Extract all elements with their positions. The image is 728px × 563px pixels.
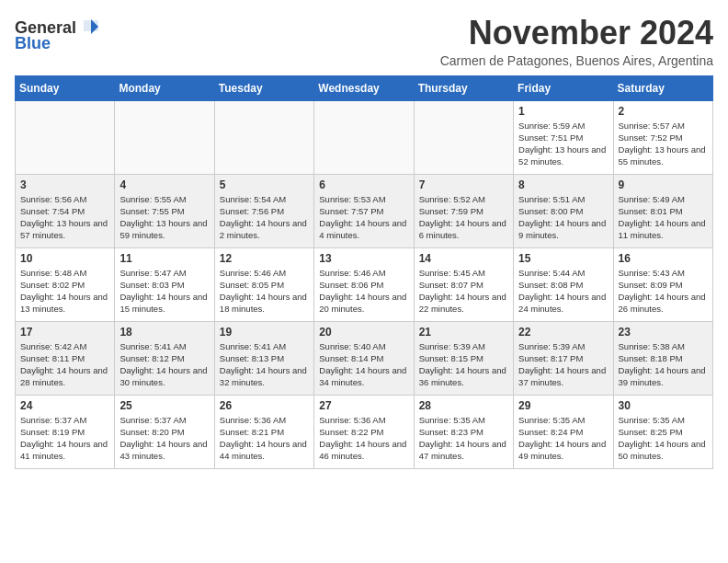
cell-info: Sunrise: 5:39 AMSunset: 8:17 PMDaylight:…: [518, 340, 608, 389]
calendar-cell: 27Sunrise: 5:36 AMSunset: 8:22 PMDayligh…: [314, 395, 414, 468]
cell-info: Sunrise: 5:40 AMSunset: 8:14 PMDaylight:…: [319, 340, 408, 389]
calendar-cell: 5Sunrise: 5:54 AMSunset: 7:56 PMDaylight…: [214, 174, 313, 247]
day-number: 18: [119, 326, 209, 339]
day-number: 10: [20, 252, 109, 265]
cell-info: Sunrise: 5:47 AMSunset: 8:03 PMDaylight:…: [119, 267, 209, 316]
day-number: 16: [619, 252, 708, 265]
calendar-cell: 14Sunrise: 5:45 AMSunset: 8:07 PMDayligh…: [414, 247, 513, 321]
logo: General Blue: [15, 15, 98, 53]
day-number: 25: [119, 399, 209, 412]
calendar-cell: 7Sunrise: 5:52 AMSunset: 7:59 PMDaylight…: [414, 174, 513, 247]
calendar-cell: 22Sunrise: 5:39 AMSunset: 8:17 PMDayligh…: [514, 321, 613, 395]
day-number: 7: [419, 178, 508, 191]
cell-info: Sunrise: 5:44 AMSunset: 8:08 PMDaylight:…: [518, 267, 608, 316]
cell-info: Sunrise: 5:56 AMSunset: 7:54 PMDaylight:…: [20, 193, 109, 242]
calendar-table: SundayMondayTuesdayWednesdayThursdayFrid…: [15, 75, 713, 469]
day-number: 5: [220, 178, 309, 191]
day-number: 23: [619, 326, 708, 339]
day-number: 19: [220, 326, 309, 339]
cell-info: Sunrise: 5:45 AMSunset: 8:07 PMDaylight:…: [419, 267, 508, 316]
weekday-header-friday: Friday: [514, 75, 613, 100]
calendar-cell: 30Sunrise: 5:35 AMSunset: 8:25 PMDayligh…: [613, 395, 712, 468]
calendar-cell: [214, 100, 313, 174]
calendar-cell: [16, 100, 115, 174]
calendar-cell: 28Sunrise: 5:35 AMSunset: 8:23 PMDayligh…: [414, 395, 513, 468]
weekday-header-saturday: Saturday: [613, 75, 712, 100]
calendar-header-row: SundayMondayTuesdayWednesdayThursdayFrid…: [16, 75, 713, 100]
day-number: 30: [619, 399, 708, 412]
page-header: General Blue November 2024 Carmen de Pat…: [15, 15, 713, 68]
cell-info: Sunrise: 5:55 AMSunset: 7:55 PMDaylight:…: [119, 193, 209, 242]
weekday-header-thursday: Thursday: [414, 75, 513, 100]
day-number: 24: [20, 399, 109, 412]
calendar-cell: 16Sunrise: 5:43 AMSunset: 8:09 PMDayligh…: [613, 247, 712, 321]
calendar-cell: 12Sunrise: 5:46 AMSunset: 8:05 PMDayligh…: [214, 247, 313, 321]
calendar-cell: 21Sunrise: 5:39 AMSunset: 8:15 PMDayligh…: [414, 321, 513, 395]
day-number: 26: [220, 399, 309, 412]
calendar-cell: [314, 100, 414, 174]
calendar-cell: 29Sunrise: 5:35 AMSunset: 8:24 PMDayligh…: [514, 395, 613, 468]
cell-info: Sunrise: 5:35 AMSunset: 8:25 PMDaylight:…: [619, 414, 708, 463]
day-number: 6: [319, 178, 408, 191]
calendar-cell: 17Sunrise: 5:42 AMSunset: 8:11 PMDayligh…: [16, 321, 115, 395]
cell-info: Sunrise: 5:35 AMSunset: 8:24 PMDaylight:…: [518, 414, 608, 463]
day-number: 15: [518, 252, 608, 265]
cell-info: Sunrise: 5:42 AMSunset: 8:11 PMDaylight:…: [20, 340, 109, 389]
cell-info: Sunrise: 5:43 AMSunset: 8:09 PMDaylight:…: [619, 267, 708, 316]
calendar-cell: 24Sunrise: 5:37 AMSunset: 8:19 PMDayligh…: [16, 395, 115, 468]
calendar-cell: 15Sunrise: 5:44 AMSunset: 8:08 PMDayligh…: [514, 247, 613, 321]
calendar-cell: 9Sunrise: 5:49 AMSunset: 8:01 PMDaylight…: [613, 174, 712, 247]
day-number: 2: [619, 105, 708, 118]
cell-info: Sunrise: 5:46 AMSunset: 8:06 PMDaylight:…: [319, 267, 408, 316]
day-number: 21: [419, 326, 508, 339]
cell-info: Sunrise: 5:57 AMSunset: 7:52 PMDaylight:…: [619, 120, 708, 168]
calendar-cell: 8Sunrise: 5:51 AMSunset: 8:00 PMDaylight…: [514, 174, 613, 247]
calendar-cell: 18Sunrise: 5:41 AMSunset: 8:12 PMDayligh…: [115, 321, 214, 395]
calendar-cell: 3Sunrise: 5:56 AMSunset: 7:54 PMDaylight…: [16, 174, 115, 247]
calendar-cell: 4Sunrise: 5:55 AMSunset: 7:55 PMDaylight…: [115, 174, 214, 247]
calendar-week-row: 10Sunrise: 5:48 AMSunset: 8:02 PMDayligh…: [16, 247, 713, 321]
cell-info: Sunrise: 5:48 AMSunset: 8:02 PMDaylight:…: [20, 267, 109, 316]
day-number: 9: [619, 178, 708, 191]
cell-info: Sunrise: 5:38 AMSunset: 8:18 PMDaylight:…: [619, 340, 708, 389]
calendar-week-row: 17Sunrise: 5:42 AMSunset: 8:11 PMDayligh…: [16, 321, 713, 395]
calendar-cell: 2Sunrise: 5:57 AMSunset: 7:52 PMDaylight…: [613, 100, 712, 174]
calendar-cell: 1Sunrise: 5:59 AMSunset: 7:51 PMDaylight…: [514, 100, 613, 174]
cell-info: Sunrise: 5:49 AMSunset: 8:01 PMDaylight:…: [619, 193, 708, 242]
location-subtitle: Carmen de Patagones, Buenos Aires, Argen…: [440, 53, 713, 68]
day-number: 22: [518, 326, 608, 339]
calendar-cell: 11Sunrise: 5:47 AMSunset: 8:03 PMDayligh…: [115, 247, 214, 321]
day-number: 28: [419, 399, 508, 412]
day-number: 4: [119, 178, 209, 191]
cell-info: Sunrise: 5:51 AMSunset: 8:00 PMDaylight:…: [518, 193, 608, 242]
day-number: 12: [220, 252, 309, 265]
cell-info: Sunrise: 5:41 AMSunset: 8:12 PMDaylight:…: [119, 340, 209, 389]
cell-info: Sunrise: 5:37 AMSunset: 8:19 PMDaylight:…: [20, 414, 109, 463]
cell-info: Sunrise: 5:36 AMSunset: 8:21 PMDaylight:…: [220, 414, 309, 463]
cell-info: Sunrise: 5:36 AMSunset: 8:22 PMDaylight:…: [319, 414, 408, 463]
day-number: 14: [419, 252, 508, 265]
calendar-cell: 6Sunrise: 5:53 AMSunset: 7:57 PMDaylight…: [314, 174, 414, 247]
weekday-header-tuesday: Tuesday: [214, 75, 313, 100]
cell-info: Sunrise: 5:54 AMSunset: 7:56 PMDaylight:…: [220, 193, 309, 242]
cell-info: Sunrise: 5:52 AMSunset: 7:59 PMDaylight:…: [419, 193, 508, 242]
weekday-header-wednesday: Wednesday: [314, 75, 414, 100]
day-number: 11: [119, 252, 209, 265]
cell-info: Sunrise: 5:46 AMSunset: 8:05 PMDaylight:…: [220, 267, 309, 316]
calendar-week-row: 24Sunrise: 5:37 AMSunset: 8:19 PMDayligh…: [16, 395, 713, 468]
cell-info: Sunrise: 5:35 AMSunset: 8:23 PMDaylight:…: [419, 414, 508, 463]
day-number: 20: [319, 326, 408, 339]
calendar-cell: 20Sunrise: 5:40 AMSunset: 8:14 PMDayligh…: [314, 321, 414, 395]
weekday-header-monday: Monday: [115, 75, 214, 100]
day-number: 1: [518, 105, 608, 118]
day-number: 29: [518, 399, 608, 412]
calendar-cell: [414, 100, 513, 174]
calendar-cell: 25Sunrise: 5:37 AMSunset: 8:20 PMDayligh…: [115, 395, 214, 468]
calendar-cell: [115, 100, 214, 174]
calendar-week-row: 3Sunrise: 5:56 AMSunset: 7:54 PMDaylight…: [16, 174, 713, 247]
cell-info: Sunrise: 5:39 AMSunset: 8:15 PMDaylight:…: [419, 340, 508, 389]
cell-info: Sunrise: 5:59 AMSunset: 7:51 PMDaylight:…: [518, 120, 608, 168]
calendar-cell: 19Sunrise: 5:41 AMSunset: 8:13 PMDayligh…: [214, 321, 313, 395]
day-number: 27: [319, 399, 408, 412]
calendar-week-row: 1Sunrise: 5:59 AMSunset: 7:51 PMDaylight…: [16, 100, 713, 174]
